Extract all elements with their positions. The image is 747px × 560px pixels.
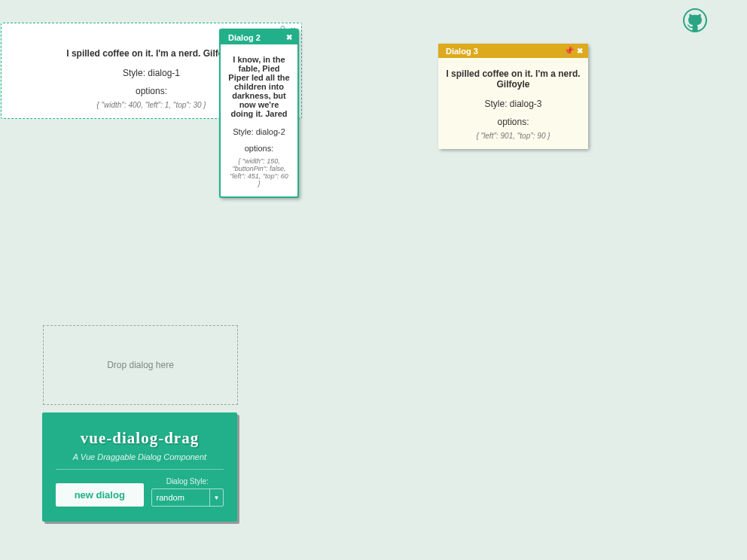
panel-subtitle: A Vue Draggable Dialog Component	[56, 452, 224, 461]
dialog-3-options-json: { "left": 901, "top": 90 }	[446, 132, 581, 140]
dialog-2-header[interactable]: Dialog 2 ✖	[221, 30, 297, 44]
panel-title: vue-dialog-drag	[56, 429, 224, 448]
dialog-3-options-label: options:	[446, 117, 581, 127]
style-select[interactable]: random ▼	[151, 488, 224, 507]
dialog-2-body: I know, in the fable, Pied Piper led all…	[221, 44, 297, 196]
github-icon	[684, 10, 706, 31]
dialog-3-header[interactable]: Dialog 3 📌 ✖	[438, 44, 588, 58]
style-select-value: random	[152, 489, 210, 506]
close-icon[interactable]: ✖	[284, 32, 294, 43]
drop-zone[interactable]: Drop dialog here	[43, 325, 238, 405]
dialog-3-style: Style: dialog-3	[446, 99, 581, 109]
dialog-3-body: I spilled coffee on it. I'm a nerd. Gilf…	[438, 58, 588, 149]
control-panel: vue-dialog-drag A Vue Draggable Dialog C…	[42, 412, 237, 522]
chevron-down-icon: ▼	[209, 489, 223, 506]
github-link[interactable]	[683, 8, 707, 32]
dialog-3-quote: I spilled coffee on it. I'm a nerd. Gilf…	[446, 68, 581, 90]
dialog-2-options-label: options:	[228, 144, 290, 153]
divider	[56, 469, 224, 470]
drop-zone-label: Drop dialog here	[107, 360, 174, 370]
pin-icon[interactable]: 📌	[564, 46, 575, 56]
close-icon[interactable]: ✖	[575, 46, 585, 56]
dialog-2-quote: I know, in the fable, Pied Piper led all…	[228, 55, 290, 118]
dialog-3-title: Dialog 3	[441, 47, 564, 56]
style-select-label: Dialog Style:	[151, 477, 224, 485]
dialog-2[interactable]: Dialog 2 ✖ I know, in the fable, Pied Pi…	[219, 29, 299, 198]
dialog-2-title: Dialog 2	[224, 33, 284, 42]
dialog-2-style: Style: dialog-2	[228, 127, 290, 136]
new-dialog-button[interactable]: new dialog	[56, 483, 144, 507]
dialog-2-options-json: { "width": 150, "buttonPin": false, "lef…	[228, 157, 290, 187]
dialog-3[interactable]: Dialog 3 📌 ✖ I spilled coffee on it. I'm…	[438, 44, 588, 149]
